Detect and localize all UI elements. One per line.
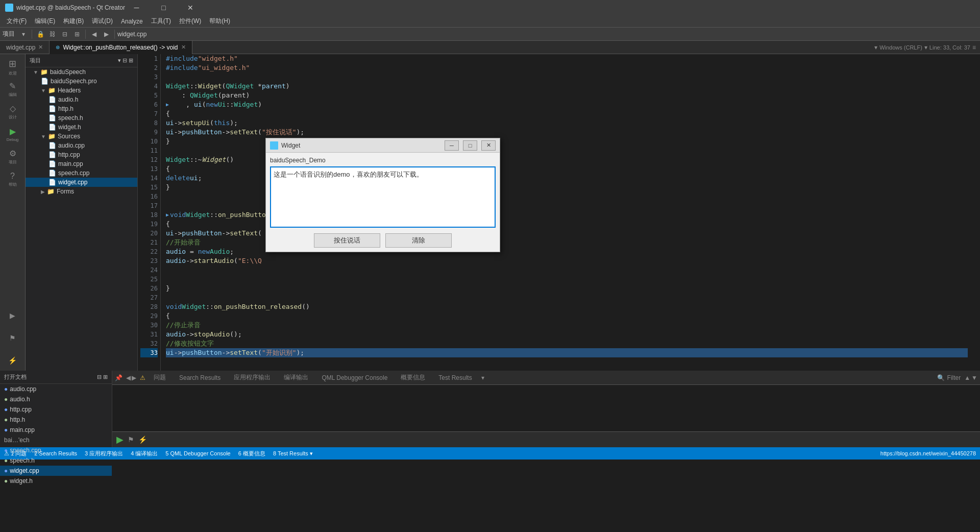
dialog-maximize-btn[interactable]: □ (463, 140, 477, 151)
sidebar-bottom-icon2[interactable]: ⚑ (3, 328, 23, 348)
tree-main-cpp[interactable]: 📄 main.cpp (26, 159, 137, 168)
bottom-tab-summary[interactable]: 概要信息 (395, 371, 431, 384)
code-editor[interactable]: 12345 678910 1112131415 1617181920 21222… (138, 54, 980, 371)
toolbar-link-btn[interactable]: ⛓ (47, 29, 58, 40)
tree-http-cpp[interactable]: 📄 http.cpp (26, 150, 137, 159)
tree-sources-folder[interactable]: ▼ 📁 Sources (26, 132, 137, 141)
tree-http-h[interactable]: 📄 http.h (26, 104, 137, 113)
tree-widget-cpp[interactable]: 📄 widget.cpp (26, 178, 137, 187)
bottom-scroll-up[interactable]: ▲ (964, 374, 970, 381)
debug-run-button[interactable]: ⚑ (128, 436, 134, 444)
dialog-close-btn[interactable]: ✕ (481, 140, 496, 151)
menu-analyze[interactable]: Analyze (117, 17, 147, 26)
sidebar-design[interactable]: ◇ 设计 (3, 102, 23, 122)
sidebar-bottom-icon1[interactable]: ▶ (3, 305, 23, 326)
bottom-tab-compile[interactable]: 编译输出 (278, 371, 314, 384)
open-file-http-cpp[interactable]: ● http.cpp (0, 404, 112, 415)
menu-debug[interactable]: 调试(D) (88, 16, 117, 27)
bottom-nav-left[interactable]: ◀ (126, 374, 131, 381)
open-file-qdebug[interactable]: bai…'ech (0, 435, 112, 445)
open-file-main-cpp[interactable]: ● main.cpp (0, 425, 112, 435)
sidebar-help[interactable]: ? 帮助 (3, 169, 23, 189)
tab-widget-cpp[interactable]: widget.cpp ✕ (0, 41, 50, 54)
line-col-label: Line: 33, Col: 37 (929, 44, 970, 51)
filetree-title: 项目 (30, 57, 41, 64)
code-line-5: : QWidget(parent) (166, 91, 968, 100)
bottom-pin-icon[interactable]: 📌 (115, 374, 122, 381)
dialog-clear-btn[interactable]: 清除 (385, 233, 452, 248)
dialog-text-area[interactable] (270, 166, 496, 228)
open-file-audio-cpp[interactable]: ● audio.cpp (0, 384, 112, 394)
toolbar-back-btn[interactable]: ◀ (88, 29, 100, 40)
filetree-settings-icon[interactable]: ⊞ (129, 57, 133, 64)
open-files-grid-icon[interactable]: ⊞ (103, 374, 108, 380)
current-file-label: widget.cpp (117, 31, 146, 38)
tab-close-1[interactable]: ✕ (38, 44, 43, 51)
menu-file[interactable]: 文件(F) (3, 16, 31, 27)
bottom-nav-right[interactable]: ▶ (132, 374, 136, 381)
menu-build[interactable]: 构建(B) (59, 16, 88, 27)
status-compile[interactable]: 4 编译输出 (131, 450, 158, 457)
sidebar-project[interactable]: ⚙ 项目 (3, 147, 23, 167)
dialog-press-speak-btn[interactable]: 按住说话 (314, 233, 380, 248)
sidebar-welcome[interactable]: ⊞ 欢迎 (3, 57, 23, 77)
tree-pro-file[interactable]: 📄 baiduSpeech.pro (26, 77, 137, 86)
close-button[interactable]: ✕ (179, 0, 202, 15)
open-file-widget-h[interactable]: ● widget.h (0, 476, 112, 486)
toolbar-split-btn[interactable]: ⊟ (59, 29, 70, 40)
status-test[interactable]: 8 Test Results ▾ (273, 450, 313, 457)
tree-audio-cpp[interactable]: 📄 audio.cpp (26, 141, 137, 150)
open-file-widget-cpp[interactable]: ● widget.cpp (0, 466, 112, 476)
tab-close-2[interactable]: ✕ (181, 44, 186, 51)
test-dropdown-icon[interactable]: ▾ (310, 450, 313, 457)
bottom-section: 打开文档 ⊟ ⊞ ● audio.cpp ● audio.h ● http.cp… (0, 371, 980, 447)
tree-widget-h[interactable]: 📄 widget.h (26, 123, 137, 132)
tree-speech-h[interactable]: 📄 speech.h (26, 113, 137, 123)
status-app-output[interactable]: 3 应用程序输出 (85, 450, 123, 457)
tree-forms-folder[interactable]: ▶ 📁 Forms (26, 187, 137, 196)
tree-headers-folder[interactable]: ▼ 📁 Headers (26, 86, 137, 95)
bottom-tab-app-output[interactable]: 应用程序输出 (228, 371, 277, 384)
bottom-tab-test[interactable]: Test Results (432, 372, 478, 383)
menu-help[interactable]: 帮助(H) (205, 16, 234, 27)
open-files-split-icon[interactable]: ⊟ (97, 374, 102, 380)
bottom-scroll-down[interactable]: ▼ (971, 374, 977, 381)
tab-function[interactable]: ⊛ Widget::on_pushButton_released() -> vo… (50, 41, 192, 54)
menu-tools[interactable]: 工具(T) (147, 16, 175, 27)
sidebar-debug[interactable]: ▶ Debug (3, 124, 23, 144)
minimize-button[interactable]: ─ (125, 0, 148, 15)
status-url[interactable]: https://blog.csdn.net/weixin_44450278 (880, 450, 976, 456)
tree-audio-h[interactable]: 📄 audio.h (26, 95, 137, 104)
dialog-title: Widget (281, 142, 440, 149)
toolbar-separator-2 (85, 30, 86, 39)
debug-step-button[interactable]: ⚡ (138, 436, 147, 444)
filetree-filter-icon[interactable]: ▾ (118, 57, 121, 64)
menu-controls[interactable]: 控件(W) (175, 16, 205, 27)
status-qml[interactable]: 5 QML Debugger Console (165, 450, 230, 456)
bottom-tab-dropdown[interactable]: ▾ (481, 374, 484, 381)
status-issues[interactable]: ⚠ 1 问题 (4, 450, 27, 457)
tree-baiduspeech[interactable]: ▼ 📁 baiduSpeech (26, 67, 137, 77)
tree-speech-cpp[interactable]: 📄 speech.cpp (26, 168, 137, 178)
bottom-tab-qml[interactable]: QML Debugger Console (315, 372, 394, 383)
open-file-http-h[interactable]: ● http.h (0, 415, 112, 425)
toolbar-fwd-btn[interactable]: ▶ (101, 29, 112, 40)
filetree-split-icon[interactable]: ⊟ (122, 57, 127, 64)
toolbar-split-v-btn[interactable]: ⊞ (71, 29, 83, 40)
code-line-23: audio->startAudio("E:\\Q (166, 256, 968, 265)
bottom-tab-issues[interactable]: 问题 (148, 371, 172, 384)
run-button[interactable]: ▶ (116, 434, 124, 445)
toolbar-dropdown-btn[interactable]: ▾ (18, 29, 29, 40)
maximize-button[interactable]: □ (152, 0, 175, 15)
menu-edit[interactable]: 编辑(E) (31, 16, 59, 27)
toolbar-lock-btn[interactable]: 🔒 (35, 29, 46, 40)
status-summary[interactable]: 6 概要信息 (238, 450, 265, 457)
code-line-4: Widget::Widget(QWidget *parent) (166, 82, 968, 91)
status-search[interactable]: 2 Search Results (34, 450, 77, 456)
sidebar-bottom-icon3[interactable]: ⚡ (3, 350, 23, 371)
dialog-minimize-btn[interactable]: ─ (445, 140, 459, 151)
sidebar-edit[interactable]: ✎ 编辑 (3, 79, 23, 100)
editor-scrollbar[interactable] (973, 54, 980, 371)
open-file-audio-h[interactable]: ● audio.h (0, 394, 112, 404)
bottom-tab-search[interactable]: Search Results (173, 372, 227, 383)
